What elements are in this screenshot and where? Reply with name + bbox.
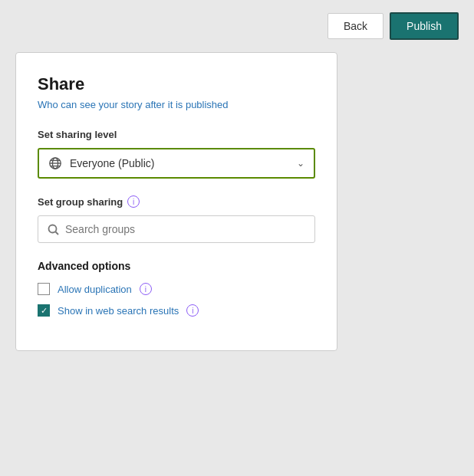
show-in-web-search-info-icon[interactable]: i [186,304,199,317]
search-icon [48,224,59,235]
show-in-web-search-row: ✓ Show in web search results i [38,304,315,317]
allow-duplication-info-icon[interactable]: i [140,283,152,295]
search-input-wrapper[interactable] [38,215,315,243]
allow-duplication-label: Allow duplication [58,284,132,295]
sharing-level-label: Set sharing level [38,129,315,140]
advanced-options-title: Advanced options [38,260,315,272]
sharing-level-dropdown[interactable]: Everyone (Public) ⌄ [38,148,315,179]
publish-button[interactable]: Publish [390,12,459,40]
show-in-web-search-label: Show in web search results [58,305,179,317]
chevron-down-icon: ⌄ [297,158,304,169]
allow-duplication-checkbox[interactable] [38,283,50,295]
card-subtitle: Who can see your story after it is publi… [38,99,315,110]
group-sharing-header: Set group sharing i [38,195,315,208]
group-sharing-label: Set group sharing [38,196,123,208]
back-button[interactable]: Back [328,13,383,39]
card-title: Share [38,74,315,94]
globe-icon [48,156,62,170]
main-content: Share Who can see your story after it is… [0,52,474,351]
search-groups-input[interactable] [65,223,305,235]
top-bar: Back Publish [0,0,474,52]
share-card: Share Who can see your story after it is… [15,52,337,351]
dropdown-text: Everyone (Public) [70,157,289,169]
svg-line-6 [56,231,59,235]
group-sharing-info-icon[interactable]: i [127,195,140,208]
svg-point-5 [49,225,57,232]
show-in-web-search-checkbox[interactable]: ✓ [38,304,50,317]
allow-duplication-row: Allow duplication i [38,283,315,295]
